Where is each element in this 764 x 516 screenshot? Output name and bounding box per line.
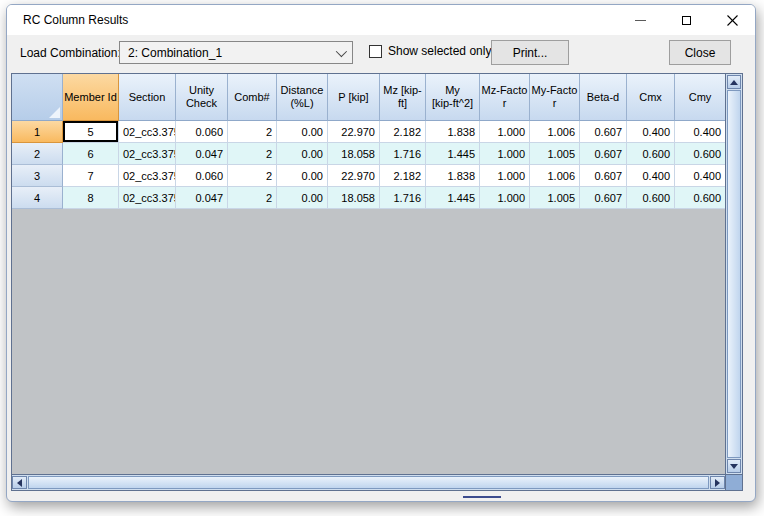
title-bar: RC Column Results [7, 5, 755, 35]
cell[interactable]: 0.047 [176, 143, 228, 165]
cell[interactable]: 0.400 [627, 165, 675, 187]
cell[interactable]: 1.006 [530, 165, 580, 187]
column-header[interactable]: Cmy [675, 74, 725, 121]
cell[interactable]: 02_cc3.375 [119, 187, 176, 209]
window-controls [617, 5, 755, 35]
cell[interactable]: 2.182 [380, 121, 426, 143]
cell[interactable]: 0.400 [675, 121, 725, 143]
scrollbar-corner [725, 474, 742, 490]
cell[interactable]: 2 [228, 121, 277, 143]
cell[interactable]: 0.607 [580, 143, 627, 165]
corner-triangle-icon [49, 107, 60, 118]
select-all-corner[interactable] [12, 74, 63, 121]
cell[interactable]: 0.00 [277, 165, 328, 187]
row-header[interactable]: 2 [12, 143, 63, 165]
cell[interactable]: 0.00 [277, 187, 328, 209]
checkbox-label: Show selected only [388, 44, 491, 58]
close-button[interactable]: Close [669, 40, 731, 65]
grid-content: Member IdSectionUnity CheckComb#Distance… [12, 74, 725, 474]
cell[interactable]: 2.182 [380, 165, 426, 187]
row-header[interactable]: 1 [12, 121, 63, 143]
cell[interactable]: 18.058 [328, 187, 380, 209]
column-header[interactable]: Beta-d [580, 74, 627, 121]
cell[interactable]: 02_cc3.375 [119, 121, 176, 143]
cell[interactable]: 1.838 [426, 165, 480, 187]
column-header-label: Unity Check [186, 84, 217, 110]
cell[interactable]: 0.00 [277, 121, 328, 143]
cell[interactable]: 1.000 [480, 143, 530, 165]
column-header-label: Distance (%L) [281, 84, 324, 110]
cell[interactable]: 1.716 [380, 143, 426, 165]
cell[interactable]: 0.607 [580, 121, 627, 143]
cell[interactable]: 0.600 [627, 143, 675, 165]
cell[interactable]: 02_cc3.375 [119, 143, 176, 165]
cell[interactable]: 0.607 [580, 187, 627, 209]
cell[interactable]: 1.005 [530, 187, 580, 209]
cell[interactable]: 2 [228, 187, 277, 209]
column-header[interactable]: Comb# [228, 74, 277, 121]
results-grid: Member IdSectionUnity CheckComb#Distance… [11, 73, 743, 491]
cell[interactable]: 0.060 [176, 165, 228, 187]
cell[interactable]: 02_cc3.375 [119, 165, 176, 187]
column-header[interactable]: P [kip] [328, 74, 380, 121]
cell[interactable]: 0.600 [675, 187, 725, 209]
column-header[interactable]: Mz-Facto r [480, 74, 530, 121]
cell[interactable]: 22.970 [328, 121, 380, 143]
cell[interactable]: 1.445 [426, 187, 480, 209]
cell[interactable]: 0.600 [675, 143, 725, 165]
horizontal-scrollbar[interactable] [12, 474, 725, 490]
column-header-label: My-Facto r [532, 84, 578, 110]
cell[interactable]: 0.00 [277, 143, 328, 165]
cell[interactable]: 1.716 [380, 187, 426, 209]
scroll-right-button[interactable] [710, 476, 725, 489]
cell[interactable]: 0.607 [580, 165, 627, 187]
vertical-scrollbar[interactable] [725, 74, 742, 474]
minimize-icon [635, 20, 646, 21]
close-window-button[interactable] [709, 5, 755, 35]
column-header[interactable]: Cmx [627, 74, 675, 121]
scroll-up-button[interactable] [727, 75, 741, 89]
column-header[interactable]: My [kip-ft^2] [426, 74, 480, 121]
column-header-label: Mz-Facto r [482, 84, 528, 110]
maximize-button[interactable] [663, 5, 709, 35]
cell[interactable]: 1.006 [530, 121, 580, 143]
column-header-label: Mz [kip-ft] [380, 84, 425, 110]
vertical-scroll-thumb[interactable] [727, 90, 741, 458]
cell[interactable]: 8 [63, 187, 119, 209]
column-header[interactable]: Section [119, 74, 176, 121]
cell[interactable]: 0.600 [627, 187, 675, 209]
row-header[interactable]: 3 [12, 165, 63, 187]
scroll-down-button[interactable] [727, 459, 741, 473]
row-header[interactable]: 4 [12, 187, 63, 209]
cell[interactable]: 1.000 [480, 187, 530, 209]
cell[interactable]: 0.400 [675, 165, 725, 187]
cell[interactable]: 1.005 [530, 143, 580, 165]
cell[interactable]: 1.445 [426, 143, 480, 165]
cell[interactable]: 7 [63, 165, 119, 187]
column-header[interactable]: Member Id [63, 74, 119, 121]
selected-cell[interactable]: 5 [63, 121, 119, 143]
cell[interactable]: 0.400 [627, 121, 675, 143]
load-combination-select[interactable]: 2: Combination_1 [119, 41, 353, 64]
results-table: Member IdSectionUnity CheckComb#Distance… [12, 74, 725, 209]
print-button[interactable]: Print... [491, 40, 569, 65]
cell[interactable]: 0.047 [176, 187, 228, 209]
cell[interactable]: 1.838 [426, 121, 480, 143]
cell[interactable]: 22.970 [328, 165, 380, 187]
show-selected-only-checkbox[interactable]: Show selected only [369, 44, 491, 58]
cell[interactable]: 6 [63, 143, 119, 165]
minimize-button[interactable] [617, 5, 663, 35]
column-header[interactable]: Mz [kip-ft] [380, 74, 426, 121]
scroll-left-button[interactable] [12, 476, 27, 489]
cell[interactable]: 18.058 [328, 143, 380, 165]
cell[interactable]: 2 [228, 165, 277, 187]
column-header[interactable]: Unity Check [176, 74, 228, 121]
table-row: 1502_cc3.3750.06020.0022.9702.1821.8381.… [12, 121, 725, 143]
cell[interactable]: 2 [228, 143, 277, 165]
column-header[interactable]: Distance (%L) [277, 74, 328, 121]
column-header[interactable]: My-Facto r [530, 74, 580, 121]
cell[interactable]: 1.000 [480, 121, 530, 143]
cell[interactable]: 0.060 [176, 121, 228, 143]
horizontal-scroll-thumb[interactable] [28, 476, 709, 489]
cell[interactable]: 1.000 [480, 165, 530, 187]
